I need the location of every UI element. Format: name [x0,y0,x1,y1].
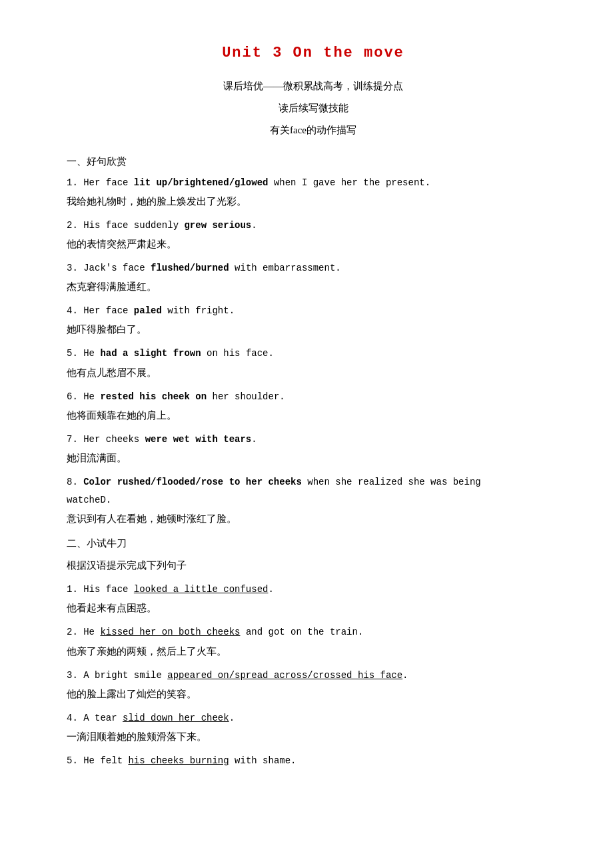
s2i5-underline: his cheeks burning [128,755,229,766]
s2i1-underline: looked a little confused [134,584,269,595]
section2-item-3-chinese: 他的脸上露出了灿烂的笑容。 [67,685,560,703]
section2-title: 二、小试牛刀 [67,535,560,553]
s1i3-post: with embarrassment. [229,263,341,273]
section1-title: 一、好句欣赏 [67,153,560,171]
s1i5-bold: had a slight frown [100,348,201,359]
s2i2-pre: He [83,627,100,637]
section1-item-2: 2. His face suddenly grew serious. 他的表情突… [67,217,560,253]
section1-item-1: 1. Her face lit up/brightened/glowed whe… [67,175,560,211]
section1-item-3-chinese: 杰克窘得满脸通红。 [67,278,560,296]
s1i4-num: 4. [67,305,83,316]
s1i4-pre: Her face [83,305,134,316]
s2i2-num: 2. [67,627,83,637]
section2-item-4: 4. A tear slid down her cheek. 一滴泪顺着她的脸颊… [67,710,560,746]
section2-item-2-english: 2. He kissed her on both cheeks and got … [67,624,560,641]
section1-item-8-english: 8. Color rushed/flooded/rose to her chee… [67,474,560,491]
s1i6-post: her shoulder. [207,391,285,402]
section1-item-2-english: 2. His face suddenly grew serious. [67,217,560,234]
s2i4-num: 4. [67,713,83,723]
s2i1-num: 1. [67,584,83,595]
section2-item-3: 3. A bright smile appeared on/spread acr… [67,667,560,703]
section1-item-5-chinese: 他有点儿愁眉不展。 [67,364,560,382]
section1-item-8: 8. Color rushed/flooded/rose to her chee… [67,474,560,528]
main-title: Unit 3 On the move [67,40,560,67]
section1-item-3: 3. Jack's face flushed/burned with embar… [67,260,560,296]
section2-item-1-english: 1. His face looked a little confused. [67,581,560,598]
s2i5-post: with shame. [229,755,297,766]
section2-item-2-chinese: 他亲了亲她的两颊，然后上了火车。 [67,643,560,661]
s1i1-pre: Her face [83,177,134,188]
section2-item-5-english: 5. He felt his cheeks burning with shame… [67,753,560,769]
s2i5-pre: He felt [83,755,128,766]
section2-instruction: 根据汉语提示完成下列句子 [67,557,560,575]
s2i4-underline: slid down her cheek [123,713,229,723]
s2i4-pre: A tear [83,713,123,723]
section1-item-6-chinese: 他将面颊靠在她的肩上。 [67,407,560,425]
s1i3-num: 3. [67,263,83,273]
section1-item-7-chinese: 她泪流满面。 [67,449,560,467]
section2-item-2: 2. He kissed her on both cheeks and got … [67,624,560,660]
s1i1-num: 1. [67,177,83,188]
s2i2-underline: kissed her on both cheeks [100,627,240,637]
section1-item-3-english: 3. Jack's face flushed/burned with embar… [67,260,560,277]
s1i2-num: 2. [67,220,83,231]
s2i3-underline: appeared on/spread across/crossed his fa… [167,670,402,681]
section2-item-4-english: 4. A tear slid down her cheek. [67,710,560,727]
s1i1-bold: lit up/brightened/glowed [134,177,269,188]
section1-item-2-chinese: 他的表情突然严肃起来。 [67,235,560,253]
section1-item-7-english: 7. Her cheeks were wet with tears. [67,431,560,448]
section1-item-4: 4. Her face paled with fright. 她吓得脸都白了。 [67,303,560,339]
s1i5-num: 5. [67,348,83,359]
section1-item-5-english: 5. He had a slight frown on his face. [67,345,560,362]
subtitle1: 课后培优——微积累战高考，训练提分点 [67,77,560,95]
s2i4-post: . [229,713,235,723]
s1i3-bold: flushed/burned [151,263,229,273]
s1i6-bold: rested his cheek on [100,391,207,402]
section1-item-4-chinese: 她吓得脸都白了。 [67,321,560,339]
s1i7-post: . [251,434,257,445]
s2i3-post: . [402,670,408,681]
s1i7-bold: were wet with tears [145,434,252,445]
s2i1-pre: His face [83,584,134,595]
s2i5-num: 5. [67,755,83,766]
section1-item-8-wrap: watcheD. [67,492,560,509]
s1i3-pre: Jack's face [83,263,151,273]
section1-item-7: 7. Her cheeks were wet with tears. 她泪流满面… [67,431,560,467]
section1-item-6-english: 6. He rested his cheek on her shoulder. [67,389,560,405]
s1i8-num: 8. [67,477,83,487]
section2-item-1-chinese: 他看起来有点困惑。 [67,599,560,617]
subtitle3: 有关face的动作描写 [67,121,560,139]
s2i3-pre: A bright smile [83,670,167,681]
section2-item-3-english: 3. A bright smile appeared on/spread acr… [67,667,560,684]
s1i2-post: . [251,220,257,231]
s1i8-post: when she realized she was being [302,477,481,487]
s1i4-bold: paled [134,305,162,316]
s2i3-num: 3. [67,670,83,681]
s2i1-post: . [268,584,273,595]
s1i5-pre: He [83,348,100,359]
section1-item-1-english: 1. Her face lit up/brightened/glowed whe… [67,175,560,191]
section1-item-8-chinese: 意识到有人在看她，她顿时涨红了脸。 [67,510,560,528]
s1i2-pre: His face suddenly [83,220,184,231]
section1-item-4-english: 4. Her face paled with fright. [67,303,560,319]
subtitle2: 读后续写微技能 [67,99,560,117]
s1i6-pre: He [83,391,100,402]
s1i6-num: 6. [67,391,83,402]
s1i8-bold: Color rushed/flooded/rose to her cheeks [83,477,302,487]
s2i2-post: and got on the train. [240,627,363,637]
section1-item-5: 5. He had a slight frown on his face. 他有… [67,345,560,381]
section2-item-1: 1. His face looked a little confused. 他看… [67,581,560,617]
s1i1-post: when I gave her the present. [268,177,430,188]
section2-item-4-chinese: 一滴泪顺着她的脸颊滑落下来。 [67,728,560,746]
s1i2-bold: grew serious [184,220,251,231]
section1-item-1-chinese: 我给她礼物时，她的脸上焕发出了光彩。 [67,193,560,211]
s1i7-num: 7. [67,434,83,445]
s1i5-post: on his face. [201,348,274,359]
s1i7-pre: Her cheeks [83,434,145,445]
s1i4-post: with fright. [162,305,235,316]
section1-item-6: 6. He rested his cheek on her shoulder. … [67,389,560,425]
section2-item-5: 5. He felt his cheeks burning with shame… [67,753,560,769]
